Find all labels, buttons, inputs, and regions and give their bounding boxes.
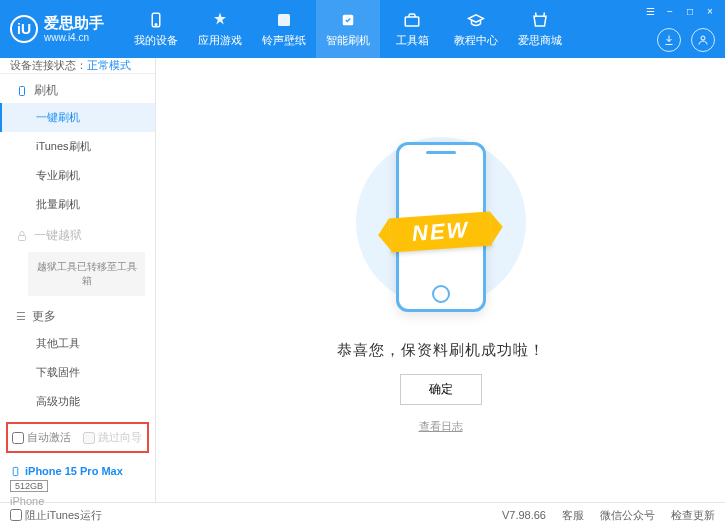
block-itunes-checkbox[interactable]: 阻止iTunes运行	[10, 508, 102, 523]
close-icon[interactable]: ×	[701, 4, 719, 18]
checkbox-label: 阻止iTunes运行	[25, 508, 102, 523]
nav-my-device[interactable]: 我的设备	[124, 0, 188, 58]
phone-icon	[16, 85, 28, 97]
nav-tutorials[interactable]: 教程中心	[444, 0, 508, 58]
footer-link-update[interactable]: 检查更新	[671, 508, 715, 523]
device-name[interactable]: iPhone 15 Pro Max	[10, 465, 145, 477]
nav-label: 应用游戏	[198, 33, 242, 48]
lock-icon	[16, 230, 28, 242]
nav-store[interactable]: 爱思商城	[508, 0, 572, 58]
device-status: 设备连接状态： 正常模式	[0, 58, 155, 74]
svg-point-5	[701, 36, 705, 40]
device-type: iPhone	[10, 495, 145, 507]
sidebar-item-itunes-flash[interactable]: iTunes刷机	[0, 132, 155, 161]
svg-point-1	[155, 24, 157, 26]
nav-toolbox[interactable]: 工具箱	[380, 0, 444, 58]
auto-activate-checkbox[interactable]: 自动激活	[12, 430, 71, 445]
nav-label: 铃声壁纸	[262, 33, 306, 48]
maximize-icon[interactable]: □	[681, 4, 699, 18]
nav-smart-flash[interactable]: 智能刷机	[316, 0, 380, 58]
menu-icon[interactable]: ☰	[641, 4, 659, 18]
device-info: iPhone 15 Pro Max 512GB iPhone	[0, 459, 155, 513]
nav-apps[interactable]: 应用游戏	[188, 0, 252, 58]
ringtone-icon	[274, 10, 294, 30]
top-nav: 我的设备 应用游戏 铃声壁纸 智能刷机 工具箱 教程中心 爱思商城	[124, 0, 572, 58]
sidebar-section-more[interactable]: ☰ 更多	[0, 300, 155, 329]
sidebar-item-batch-flash[interactable]: 批量刷机	[0, 190, 155, 219]
download-icon[interactable]	[657, 28, 681, 52]
checkbox-label: 自动激活	[27, 430, 71, 445]
minimize-icon[interactable]: −	[661, 4, 679, 18]
section-label: 更多	[32, 308, 56, 325]
sidebar-item-advanced[interactable]: 高级功能	[0, 387, 155, 416]
svg-rect-7	[19, 235, 26, 240]
sidebar-item-other-tools[interactable]: 其他工具	[0, 329, 155, 358]
checkbox-label: 跳过向导	[98, 430, 142, 445]
list-icon: ☰	[16, 310, 26, 323]
logo-area: iU 爱思助手 www.i4.cn	[10, 15, 104, 43]
header-actions	[657, 28, 715, 52]
device-icon	[146, 10, 166, 30]
nav-label: 教程中心	[454, 33, 498, 48]
storage-badge: 512GB	[10, 480, 48, 492]
apps-icon	[210, 10, 230, 30]
user-icon[interactable]	[691, 28, 715, 52]
svg-rect-2	[278, 14, 290, 26]
status-value: 正常模式	[87, 58, 131, 73]
footer-link-support[interactable]: 客服	[562, 508, 584, 523]
new-banner: NEW	[389, 211, 492, 252]
nav-label: 爱思商城	[518, 33, 562, 48]
sidebar-section-jailbreak: 一键越狱	[0, 219, 155, 248]
flash-icon	[338, 10, 358, 30]
nav-ringtones[interactable]: 铃声壁纸	[252, 0, 316, 58]
section-label: 刷机	[34, 82, 58, 99]
options-row: 自动激活 跳过向导	[6, 422, 149, 453]
svg-rect-4	[405, 17, 419, 26]
sidebar-section-flash[interactable]: 刷机	[0, 74, 155, 103]
success-message: 恭喜您，保资料刷机成功啦！	[337, 341, 545, 360]
sidebar-item-download-firmware[interactable]: 下载固件	[0, 358, 155, 387]
tutorial-icon	[466, 10, 486, 30]
sidebar-item-pro-flash[interactable]: 专业刷机	[0, 161, 155, 190]
version-label: V7.98.66	[502, 509, 546, 521]
logo-icon: iU	[10, 15, 38, 43]
svg-rect-8	[13, 467, 18, 475]
store-icon	[530, 10, 550, 30]
section-label: 一键越狱	[34, 227, 82, 244]
toolbox-icon	[402, 10, 422, 30]
footer-link-wechat[interactable]: 微信公众号	[600, 508, 655, 523]
app-name: 爱思助手	[44, 15, 104, 32]
skip-guide-checkbox[interactable]: 跳过向导	[83, 430, 142, 445]
nav-label: 智能刷机	[326, 33, 370, 48]
svg-rect-6	[20, 86, 25, 95]
window-controls: ☰ − □ ×	[641, 4, 719, 18]
phone-icon	[10, 466, 21, 477]
success-illustration: NEW	[361, 127, 521, 327]
app-url: www.i4.cn	[44, 32, 104, 43]
status-label: 设备连接状态：	[10, 58, 87, 73]
app-header: iU 爱思助手 www.i4.cn 我的设备 应用游戏 铃声壁纸 智能刷机 工具…	[0, 0, 725, 58]
main-content: NEW 恭喜您，保资料刷机成功啦！ 确定 查看日志	[156, 58, 725, 502]
view-log-link[interactable]: 查看日志	[419, 419, 463, 434]
nav-label: 工具箱	[396, 33, 429, 48]
nav-label: 我的设备	[134, 33, 178, 48]
jailbreak-note: 越狱工具已转移至工具箱	[28, 252, 145, 296]
ok-button[interactable]: 确定	[400, 374, 482, 405]
sidebar: 设备连接状态： 正常模式 刷机 一键刷机 iTunes刷机 专业刷机 批量刷机 …	[0, 58, 156, 502]
sidebar-item-oneclick-flash[interactable]: 一键刷机	[0, 103, 155, 132]
